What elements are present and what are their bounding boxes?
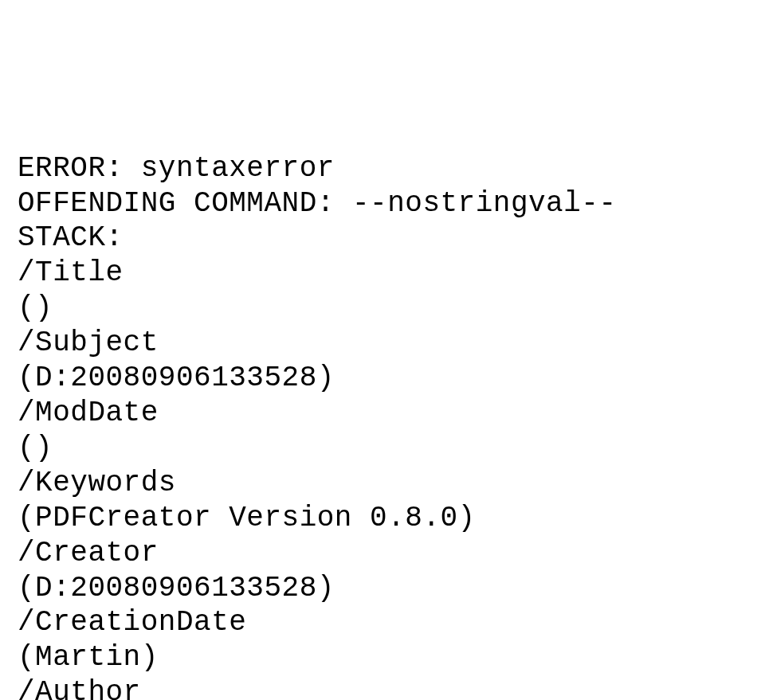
stack-moddate-value: () [18, 431, 747, 466]
stack-title-value: () [18, 291, 747, 326]
stack-creator-value: (D:20080906133528) [18, 571, 747, 606]
stack-moddate-key: /ModDate [18, 396, 747, 431]
stack-header: STACK: [18, 221, 747, 256]
stack-creationdate-key: /CreationDate [18, 605, 747, 640]
offending-command-line: OFFENDING COMMAND: --nostringval-- [18, 186, 747, 221]
stack-creator-key: /Creator [18, 536, 747, 571]
stack-keywords-value: (PDFCreator Version 0.8.0) [18, 501, 747, 536]
stack-subject-value: (D:20080906133528) [18, 361, 747, 396]
stack-creationdate-value: (Martin) [18, 640, 747, 675]
stack-subject-key: /Subject [18, 326, 747, 361]
stack-author-key: /Author [18, 675, 747, 700]
stack-title-key: /Title [18, 256, 747, 291]
stack-keywords-key: /Keywords [18, 466, 747, 501]
error-line: ERROR: syntaxerror [18, 151, 747, 186]
